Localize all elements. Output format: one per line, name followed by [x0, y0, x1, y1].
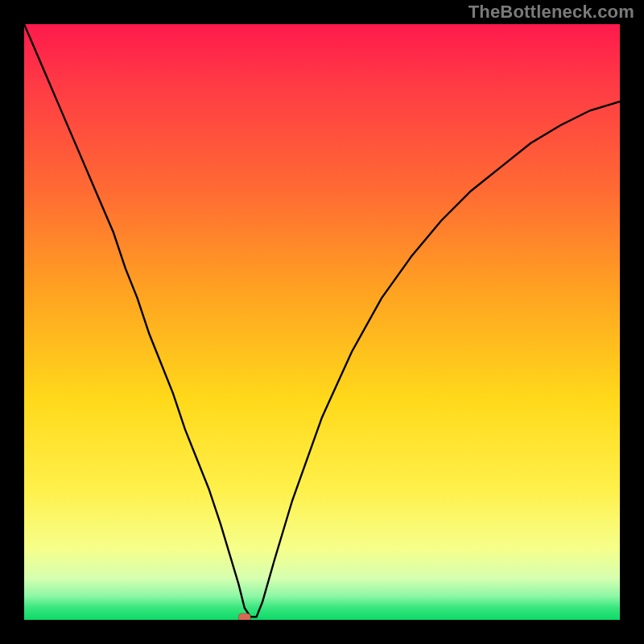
- min-marker: [238, 613, 250, 620]
- curve-svg: [24, 24, 620, 620]
- chart-frame: TheBottleneck.com: [0, 0, 644, 644]
- bottleneck-curve: [24, 24, 620, 617]
- plot-area: [24, 24, 620, 620]
- watermark-text: TheBottleneck.com: [469, 2, 634, 23]
